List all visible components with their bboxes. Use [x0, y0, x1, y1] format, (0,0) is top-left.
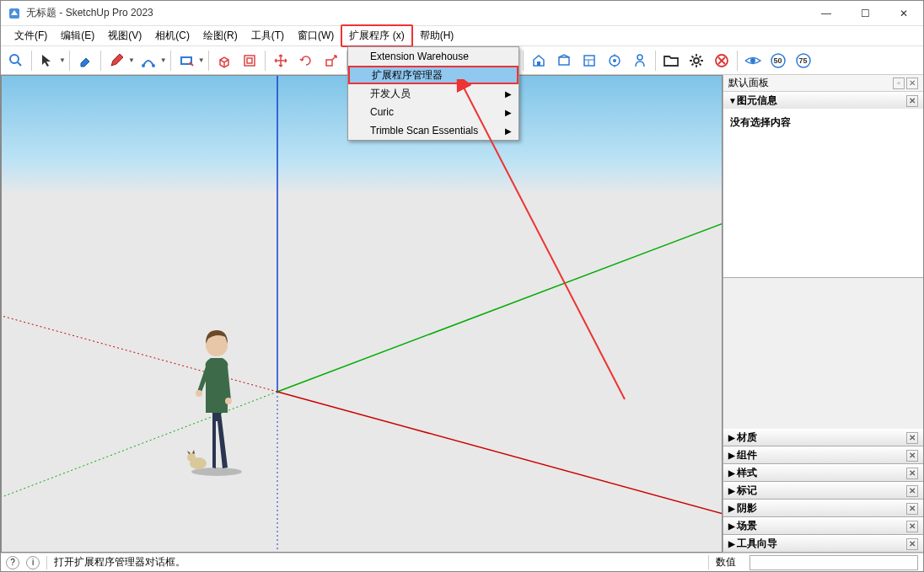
- section-close-icon[interactable]: ✕: [906, 521, 918, 532]
- layout-icon[interactable]: [578, 49, 601, 72]
- chevron-right-icon: ▶: [728, 468, 737, 478]
- cancel-icon[interactable]: [710, 49, 733, 72]
- warehouse-icon[interactable]: [527, 49, 551, 72]
- svg-point-3: [142, 64, 145, 67]
- svg-point-23: [613, 59, 616, 62]
- menu-item-developer[interactable]: 开发人员▶: [348, 84, 518, 103]
- search-icon[interactable]: [4, 49, 28, 72]
- menu-camera[interactable]: 相机(C): [148, 26, 196, 45]
- panel-header: 默认面板 ▫ ✕: [723, 75, 923, 92]
- chevron-right-icon: ▶: [728, 521, 737, 531]
- menu-item-extension-manager[interactable]: 扩展程序管理器: [348, 66, 518, 84]
- svg-line-38: [277, 392, 722, 514]
- status-hint: 打开扩展程序管理器对话框。: [54, 555, 701, 569]
- svg-point-1: [10, 55, 19, 63]
- offset-icon[interactable]: [238, 49, 261, 72]
- svg-rect-19: [584, 56, 594, 66]
- svg-rect-17: [537, 61, 540, 66]
- pushpull-icon[interactable]: [212, 49, 236, 72]
- rotate-icon[interactable]: [294, 49, 318, 72]
- menu-draw[interactable]: 绘图(R): [196, 26, 244, 45]
- select-icon[interactable]: [35, 49, 59, 72]
- menu-file[interactable]: 文件(F): [8, 26, 54, 45]
- svg-rect-6: [244, 56, 255, 66]
- menu-tools[interactable]: 工具(T): [244, 26, 291, 45]
- gear-icon[interactable]: [685, 49, 708, 72]
- menu-item-extension-warehouse[interactable]: Extension Warehouse: [348, 47, 518, 66]
- panel-section-tags: ▶标记✕: [723, 482, 923, 500]
- section-close-icon[interactable]: ✕: [906, 450, 918, 462]
- menu-item-trimble-scan[interactable]: Trimble Scan Essentials▶: [348, 121, 518, 140]
- help-icon[interactable]: ?: [6, 556, 19, 569]
- info-icon[interactable]: i: [26, 556, 40, 569]
- panel-close-icon[interactable]: ✕: [906, 78, 918, 89]
- statusbar: ? i 打开扩展程序管理器对话框。 数值: [1, 553, 923, 571]
- section-close-icon[interactable]: ✕: [906, 468, 918, 479]
- svg-point-42: [225, 398, 232, 404]
- extensions-menu: Extension Warehouse 扩展程序管理器 开发人员▶ Curic▶…: [347, 46, 519, 141]
- section-close-icon[interactable]: ✕: [906, 503, 918, 515]
- l75-icon[interactable]: 75: [792, 49, 815, 72]
- section-close-icon[interactable]: ✕: [906, 538, 918, 550]
- menu-view[interactable]: 视图(V): [101, 26, 148, 45]
- panel-section-materials: ▶材质✕: [723, 429, 923, 446]
- minimize-button[interactable]: —: [807, 1, 846, 26]
- scale-icon[interactable]: [320, 49, 343, 72]
- menu-help[interactable]: 帮助(H): [413, 26, 461, 45]
- panel-section-components: ▶组件✕: [723, 446, 923, 464]
- chevron-right-icon: ▶: [728, 451, 737, 460]
- section-close-icon[interactable]: ✕: [906, 432, 918, 444]
- close-button[interactable]: ✕: [884, 1, 923, 26]
- window-controls: — ☐ ✕: [807, 1, 923, 26]
- svg-point-27: [694, 58, 699, 63]
- menu-extensions[interactable]: 扩展程序 (x): [341, 24, 412, 47]
- value-label: 数值: [708, 555, 743, 569]
- l50-icon[interactable]: 50: [766, 49, 790, 72]
- panel-section-shadows: ▶阴影✕: [723, 500, 923, 517]
- panel-spacer: [723, 278, 923, 429]
- arc-icon[interactable]: [137, 49, 160, 72]
- panel-section-instructor: ▶工具向导✕: [723, 535, 923, 553]
- chevron-right-icon: ▶: [728, 486, 737, 495]
- location-icon[interactable]: [603, 49, 626, 72]
- axes-overlay: [2, 76, 722, 552]
- maximize-button[interactable]: ☐: [846, 1, 884, 26]
- chevron-down-icon: ▼: [728, 96, 737, 105]
- eye-icon[interactable]: [741, 49, 765, 72]
- person-icon[interactable]: [628, 49, 652, 72]
- svg-point-45: [187, 453, 196, 462]
- titlebar: 无标题 - SketchUp Pro 2023 — ☐ ✕: [1, 1, 923, 26]
- submenu-arrow-icon: ▶: [505, 108, 512, 117]
- main-area: 默认面板 ▫ ✕ ▼ 图元信息 ✕ 没有选择内容 ▶材质✕ ▶组件✕ ▶样式✕ …: [1, 75, 923, 553]
- panel-body-entityinfo: 没有选择内容: [723, 109, 923, 277]
- svg-point-26: [637, 55, 642, 60]
- panel-collapse-icon[interactable]: ▫: [893, 78, 905, 89]
- rectangle-icon[interactable]: [175, 49, 198, 72]
- svg-rect-8: [326, 60, 332, 66]
- move-icon[interactable]: [269, 49, 293, 72]
- panel-section-entityinfo: ▼ 图元信息 ✕ 没有选择内容: [723, 92, 923, 278]
- menu-item-curic[interactable]: Curic▶: [348, 103, 518, 121]
- folder-icon[interactable]: [659, 49, 683, 72]
- scale-figure: [187, 320, 246, 476]
- right-panel: 默认面板 ▫ ✕ ▼ 图元信息 ✕ 没有选择内容 ▶材质✕ ▶组件✕ ▶样式✕ …: [723, 75, 923, 553]
- svg-point-31: [750, 58, 755, 63]
- app-logo: [8, 7, 21, 20]
- section-close-icon[interactable]: ✕: [906, 485, 918, 497]
- submenu-arrow-icon: ▶: [505, 89, 512, 99]
- extension-icon[interactable]: [552, 49, 576, 72]
- svg-rect-18: [559, 57, 569, 65]
- svg-point-4: [152, 64, 155, 67]
- panel-section-header[interactable]: ▼ 图元信息 ✕: [723, 92, 923, 109]
- window-title: 无标题 - SketchUp Pro 2023: [26, 6, 807, 20]
- svg-point-41: [196, 390, 202, 397]
- menu-edit[interactable]: 编辑(E): [54, 26, 101, 45]
- chevron-right-icon: ▶: [728, 504, 737, 513]
- pencil-icon[interactable]: [105, 49, 128, 72]
- menu-window[interactable]: 窗口(W): [291, 26, 341, 45]
- viewport-3d[interactable]: [1, 75, 723, 553]
- svg-line-2: [18, 62, 21, 66]
- section-close-icon[interactable]: ✕: [906, 95, 918, 107]
- value-input[interactable]: [749, 555, 918, 570]
- eraser-icon[interactable]: [73, 49, 97, 72]
